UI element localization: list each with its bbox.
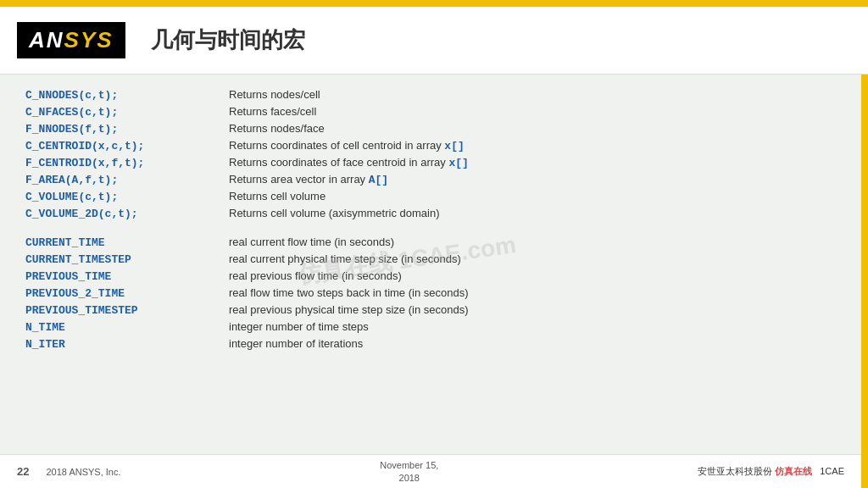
- macro-code: C_CENTROID(x,c,t);: [25, 140, 229, 152]
- macro-code: CURRENT_TIMESTEP: [25, 253, 229, 266]
- macro-code: CURRENT_TIME: [25, 236, 229, 249]
- macro-desc: real current physical time step size (in…: [229, 252, 836, 265]
- macro-desc: real current flow time (in seconds): [229, 236, 836, 248]
- macro-row-current-time: CURRENT_TIME real current flow time (in …: [25, 236, 836, 249]
- macro-desc: Returns cell volume (axisymmetric domain…: [229, 207, 836, 219]
- macro-desc: Returns coordinates of face centroid in …: [229, 156, 836, 169]
- macro-code: F_CENTROID(x,f,t);: [25, 157, 229, 169]
- macro-row-c-nfaces: C_NFACES(c,t); Returns faces/cell: [25, 105, 836, 119]
- macro-code: N_TIME: [25, 321, 229, 334]
- page-number: 22: [17, 465, 29, 478]
- macro-row-c-volume: C_VOLUME(c,t); Returns cell volume: [25, 190, 836, 203]
- macro-desc: Returns area vector in array A[]: [229, 173, 836, 186]
- macro-row-previous-timestep: PREVIOUS_TIMESTEP real previous physical…: [25, 303, 836, 317]
- macro-code: PREVIOUS_2_TIME: [25, 287, 229, 300]
- macro-desc: Returns coordinates of cell centroid in …: [229, 139, 836, 152]
- macro-desc: integer number of iterations: [229, 337, 836, 350]
- header: ANSYS 几何与时间的宏: [0, 7, 868, 75]
- macro-code: C_VOLUME(c,t);: [25, 191, 229, 203]
- footer-left: 22 2018 ANSYS, Inc.: [17, 465, 121, 478]
- macro-desc: Returns cell volume: [229, 190, 836, 202]
- macro-row-c-nnodes: C_NNODES(c,t); Returns nodes/cell: [25, 88, 836, 102]
- macro-row-c-volume2d: C_VOLUME_2D(c,t); Returns cell volume (a…: [25, 207, 836, 220]
- macro-row-previous-2-time: PREVIOUS_2_TIME real flow time two steps…: [25, 286, 836, 300]
- logo-box: ANSYS: [17, 22, 125, 58]
- macro-row-previous-time: PREVIOUS_TIME real previous flow time (i…: [25, 269, 836, 283]
- macro-code: C_NNODES(c,t);: [25, 89, 229, 102]
- footer-right: 安世亚太科技股份 仿真在线 1CAE: [698, 465, 844, 478]
- footer-center: November 15, 2018: [380, 459, 438, 484]
- footer-sim-label: 仿真在线: [775, 466, 812, 476]
- footer-date-line1: November 15,: [380, 459, 438, 471]
- macro-desc: Returns faces/cell: [229, 105, 836, 118]
- macro-desc: real previous physical time step size (i…: [229, 303, 836, 316]
- macro-row-n-time: N_TIME integer number of time steps: [25, 320, 836, 334]
- main-content: C_NNODES(c,t); Returns nodes/cell C_NFAC…: [0, 75, 861, 454]
- top-bar: [0, 0, 868, 7]
- ansys-logo: ANSYS: [29, 27, 114, 53]
- footer-right-company: 安世亚太科技股份: [698, 466, 772, 476]
- macro-desc: real previous flow time (in seconds): [229, 269, 836, 282]
- macro-code: F_NNODES(f,t);: [25, 123, 229, 136]
- footer-date-line2: 2018: [380, 472, 438, 484]
- macro-code: PREVIOUS_TIME: [25, 270, 229, 283]
- macro-desc: real flow time two steps back in time (i…: [229, 286, 836, 299]
- macro-desc: Returns nodes/face: [229, 122, 836, 135]
- macro-row-current-timestep: CURRENT_TIMESTEP real current physical t…: [25, 252, 836, 266]
- macro-table: C_NNODES(c,t); Returns nodes/cell C_NFAC…: [25, 88, 836, 351]
- macro-row-f-nnodes: F_NNODES(f,t); Returns nodes/face: [25, 122, 836, 136]
- macro-desc: integer number of time steps: [229, 320, 836, 333]
- macro-code: C_VOLUME_2D(c,t);: [25, 208, 229, 220]
- macro-code: C_NFACES(c,t);: [25, 106, 229, 119]
- macro-row-f-centroid: F_CENTROID(x,f,t); Returns coordinates o…: [25, 156, 836, 169]
- footer-company: 2018 ANSYS, Inc.: [46, 467, 120, 477]
- macro-code: PREVIOUS_TIMESTEP: [25, 304, 229, 317]
- macro-row-n-iter: N_ITER integer number of iterations: [25, 337, 836, 351]
- macro-row-f-area: F_AREA(A,f,t); Returns area vector in ar…: [25, 173, 836, 186]
- macro-row-c-centroid: C_CENTROID(x,c,t); Returns coordinates o…: [25, 139, 836, 152]
- macro-code: F_AREA(A,f,t);: [25, 174, 229, 186]
- macro-code: N_ITER: [25, 338, 229, 351]
- footer: 22 2018 ANSYS, Inc. November 15, 2018 安世…: [0, 454, 861, 488]
- footer-sim-site: 1CAE: [820, 466, 844, 476]
- page-title: 几何与时间的宏: [151, 25, 305, 55]
- macro-desc: Returns nodes/cell: [229, 88, 836, 101]
